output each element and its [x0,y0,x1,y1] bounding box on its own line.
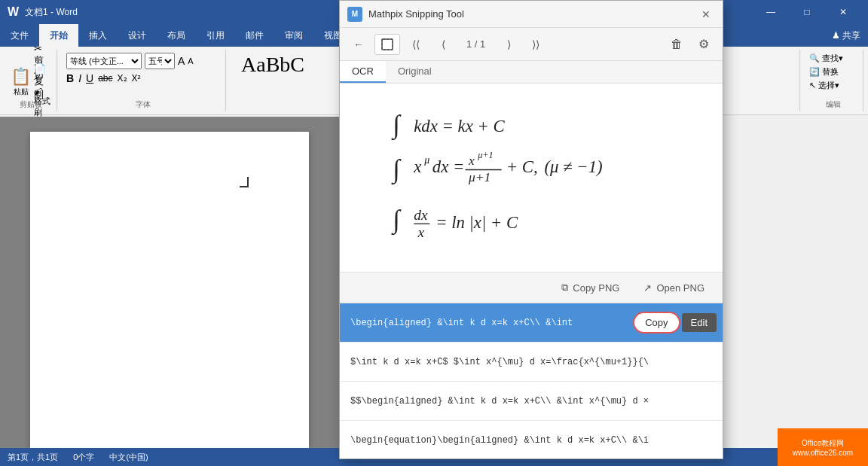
last-page-button[interactable]: ⟩⟩ [524,34,547,55]
results-list: \begin{aligned} &\int k d x=k x+C\\ &\in… [340,303,723,458]
result-text-4: \begin{equation}\begin{aligned} &\int k … [340,421,723,458]
svg-text:μ+1: μ+1 [468,169,491,184]
font-group: 等线 (中文正... 五号 A A B I U abc X₂ X² 字体 [60,50,226,111]
font-size-select[interactable]: 五号 [145,53,175,69]
bold-button[interactable]: B [66,72,74,84]
open-png-label: Open PNG [656,282,704,294]
svg-text:(μ ≠ −1): (μ ≠ −1) [545,157,603,176]
strikethrough-button[interactable]: abc [98,73,112,84]
svg-text:∫: ∫ [391,205,402,236]
word-page [30,132,309,448]
svg-rect-0 [382,39,393,50]
ribbon-tab-design[interactable]: 设计 [118,24,157,47]
maximize-button[interactable]: □ [790,0,824,24]
mathpix-title: Mathpix Snipping Tool [368,8,697,20]
tab-original[interactable]: Original [386,61,444,83]
ribbon-tab-insert[interactable]: 插入 [78,24,118,47]
first-page-button[interactable]: ⟨⟨ [405,34,427,55]
ribbon-tab-layout[interactable]: 布局 [157,24,196,47]
svg-text:kdx = kx + C: kdx = kx + C [414,117,505,136]
copy-png-icon: ⧉ [561,282,568,294]
view-tabs: OCR Original [340,61,723,84]
word-icon: W [8,5,19,19]
svg-text:μ: μ [423,154,429,166]
language: 中文(中国) [109,452,148,463]
mathpix-logo: M [347,7,362,22]
action-bar: ⧉ Copy PNG ↗ Open PNG [340,272,723,303]
result-actions-1: Copy Edit [627,303,723,342]
copy-png-button[interactable]: ⧉ Copy PNG [555,279,625,297]
settings-button[interactable]: ⚙ [692,34,715,55]
open-png-button[interactable]: ↗ Open PNG [637,279,711,297]
font-family-select[interactable]: 等线 (中文正... [66,53,142,69]
result-row-2[interactable]: $\int k d x=k x+C$ $\int x^{\mu} d x=\fr… [340,343,723,382]
clipboard-label: 剪贴板 [5,99,57,110]
ribbon-tab-mailings[interactable]: 邮件 [235,24,274,47]
result-text-2: $\int k d x=k x+C$ $\int x^{\mu} d x=\fr… [340,343,723,381]
search-group: 🔍查找▾ 🔄替换 ↖选择▾ 编辑 [803,50,863,111]
cursor-marker [240,177,249,187]
editing-label: 编辑 [803,99,863,110]
mathpix-window: M Mathpix Snipping Tool ✕ ← ⟨⟨ ⟨ 1 / 1 ⟩… [339,0,723,459]
ribbon-tab-review[interactable]: 审阅 [274,24,313,47]
replace-button[interactable]: 🔄替换 [809,66,857,78]
find-button[interactable]: 🔍查找▾ [809,53,857,64]
crop-button[interactable] [374,34,400,55]
svg-text:∫: ∫ [391,110,402,141]
office365-watermark: Office教程网www.office26.com [778,428,868,466]
page-info: 第1页，共1页 [8,452,58,463]
svg-text:∫: ∫ [391,154,402,185]
back-button[interactable]: ← [347,34,370,55]
font-size-increase[interactable]: A [178,55,185,67]
clipboard-group: 📋 粘贴 ✂ 剪切 📄 复制 🖌 格式刷 剪贴板 [5,50,57,111]
mathpix-close-button[interactable]: ✕ [697,5,715,23]
svg-text:x: x [413,157,421,176]
svg-text:+ C,: + C, [506,157,538,176]
delete-button[interactable]: 🗑 [665,34,688,55]
page-indicator: 1 / 1 [459,38,493,50]
font-label: 字体 [60,99,225,110]
formula-svg: ∫ kdx = kx + C ∫ x μ dx = x μ+1 μ+1 + C,… [358,99,704,257]
formula-display-area: ∫ kdx = kx + C ∫ x μ dx = x μ+1 μ+1 + C,… [340,84,723,272]
result-row-3[interactable]: $$\begin{aligned} &\int k d x=k x+C\\ &\… [340,382,723,421]
result-text-1: \begin{aligned} &\int k d x=k x+C\\ &\in… [340,303,627,342]
svg-text:dx =: dx = [432,157,465,176]
italic-button[interactable]: I [78,72,81,84]
share-button[interactable]: ♟ 共享 [832,29,860,42]
svg-text:x: x [417,224,425,240]
word-document-area [0,117,339,466]
word-count: 0个字 [73,452,94,463]
minimize-button[interactable]: — [753,0,788,24]
word-title: 文档1 - Word [25,6,78,19]
office365-text: Office教程网www.office26.com [793,438,853,457]
copy-png-label: Copy PNG [573,282,619,294]
select-button[interactable]: ↖选择▾ [809,80,857,91]
close-button[interactable]: ✕ [826,0,860,24]
open-png-icon: ↗ [643,282,652,294]
subscript-button[interactable]: X₂ [118,73,127,84]
result-row-4[interactable]: \begin{equation}\begin{aligned} &\int k … [340,421,723,458]
prev-page-button[interactable]: ⟨ [432,34,454,55]
edit-button-1[interactable]: Edit [682,313,717,332]
font-size-decrease[interactable]: A [188,56,193,65]
svg-text:dx: dx [414,207,428,223]
superscript-button[interactable]: X² [132,73,141,84]
copy-button-1[interactable]: Copy [633,312,680,334]
window-controls: — □ ✕ [753,0,860,24]
svg-text:μ+1: μ+1 [477,150,494,160]
ribbon-tab-references[interactable]: 引用 [196,24,235,47]
tab-ocr[interactable]: OCR [340,61,386,83]
next-page-button[interactable]: ⟩ [497,34,520,55]
mathpix-titlebar: M Mathpix Snipping Tool ✕ [340,1,723,28]
mathpix-toolbar: ← ⟨⟨ ⟨ 1 / 1 ⟩ ⟩⟩ 🗑 ⚙ [340,28,723,61]
svg-text:x: x [468,153,475,168]
result-row-1[interactable]: \begin{aligned} &\int k d x=k x+C\\ &\in… [340,303,723,343]
result-text-3: $$\begin{aligned} &\int k d x=k x+C\\ &\… [340,382,723,420]
paste-button[interactable]: 📋 粘贴 [11,59,31,105]
svg-text:= ln |x| + C: = ln |x| + C [436,213,518,232]
underline-button[interactable]: U [86,72,93,84]
